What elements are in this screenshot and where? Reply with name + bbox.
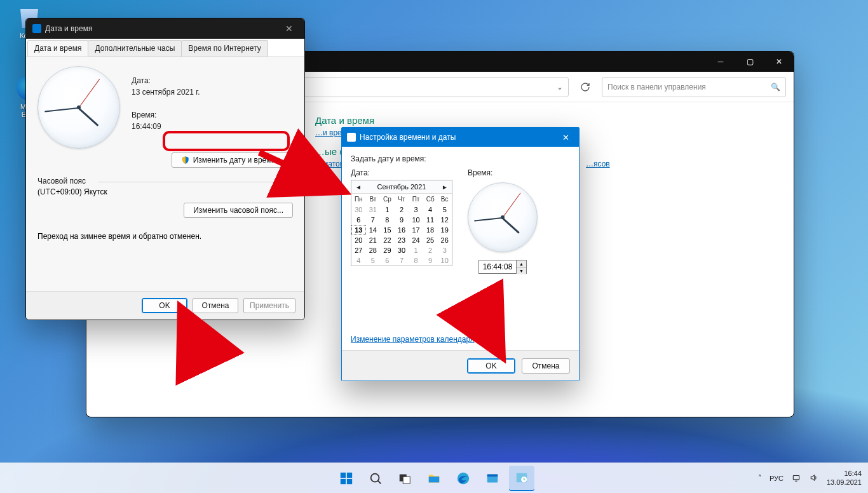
button-label: Изменить дату и время... <box>193 156 282 165</box>
calendar-day[interactable]: 12 <box>437 215 452 225</box>
calendar-day[interactable]: 1 <box>380 205 395 215</box>
taskbar-app-datetime[interactable] <box>509 466 534 491</box>
calendar-month-caption: Сентябрь 2021 <box>377 183 426 191</box>
time-label: Время: <box>132 109 200 121</box>
calendar-day[interactable]: 23 <box>395 235 409 245</box>
tray-volume-icon[interactable] <box>809 473 819 483</box>
calendar-day[interactable]: 14 <box>366 225 381 235</box>
calendar-day[interactable]: 28 <box>366 245 381 255</box>
svg-rect-12 <box>793 475 799 479</box>
calendar-day[interactable]: 20 <box>351 235 366 245</box>
time-label: Время: <box>468 168 492 177</box>
spinner-up-button[interactable]: ▲ <box>517 260 526 267</box>
tab-internet-time[interactable]: Время по Интернету <box>181 40 268 57</box>
calendar-day[interactable]: 26 <box>437 235 452 245</box>
close-button[interactable]: ✕ <box>764 51 794 72</box>
calendar-day[interactable]: 5 <box>437 205 452 215</box>
calendar-day[interactable]: 10 <box>437 255 452 266</box>
calendar-day[interactable]: 21 <box>366 235 381 245</box>
apply-button[interactable]: Применить <box>243 298 295 313</box>
time-input[interactable] <box>479 260 516 273</box>
taskbar-app-1[interactable] <box>480 466 505 491</box>
button-label: Изменить часовой пояс... <box>193 206 283 215</box>
cancel-button[interactable]: Отмена <box>522 358 570 374</box>
calendar-day[interactable]: 17 <box>409 225 423 235</box>
maximize-button[interactable]: ▢ <box>735 51 764 72</box>
taskbar-file-explorer[interactable] <box>421 466 447 491</box>
analog-clock <box>37 66 120 149</box>
calendar-day[interactable]: 25 <box>423 235 438 245</box>
calendar-day[interactable]: 8 <box>380 215 395 225</box>
calendar-day[interactable]: 13 <box>351 225 366 235</box>
ok-button[interactable]: OK <box>467 358 515 374</box>
date-label: Дата: <box>132 75 200 86</box>
calendar-day[interactable]: 16 <box>395 225 409 235</box>
dst-note: Переход на зимнее время и обратно отмене… <box>37 232 293 241</box>
calendar-day[interactable]: 6 <box>380 255 395 266</box>
calendar-day[interactable]: 22 <box>380 235 395 245</box>
cp-heading: Дата и время <box>315 115 775 126</box>
calendar-prev-button[interactable]: ◄ <box>355 184 362 191</box>
calendar-day[interactable]: 9 <box>423 255 438 266</box>
chevron-down-icon[interactable]: ⌄ <box>557 83 563 91</box>
calendar-day[interactable]: 30 <box>351 205 366 215</box>
calendar-next-button[interactable]: ► <box>442 184 448 191</box>
tray-clock[interactable]: 16:44 13.09.2021 <box>827 469 862 486</box>
tray-chevron-icon[interactable]: ˄ <box>758 474 762 482</box>
calendar-day[interactable]: 11 <box>423 215 438 225</box>
calendar-settings-link[interactable]: Изменение параметров календаря <box>351 335 475 344</box>
system-tray: ˄ РУС 16:44 13.09.2021 <box>758 463 862 493</box>
close-button[interactable]: ✕ <box>280 24 298 34</box>
ok-button[interactable]: OK <box>142 298 187 313</box>
change-timezone-button[interactable]: Изменить часовой пояс... <box>184 203 293 218</box>
taskbar-edge[interactable] <box>451 466 476 491</box>
close-button[interactable]: ✕ <box>557 133 574 142</box>
calendar-day[interactable]: 1 <box>409 245 423 255</box>
calendar-day[interactable]: 2 <box>423 245 438 255</box>
start-button[interactable] <box>334 466 359 491</box>
calendar-day[interactable]: 4 <box>423 205 438 215</box>
calendar-day[interactable]: 6 <box>351 215 366 225</box>
calendar-day[interactable]: 10 <box>409 215 423 225</box>
calendar-day[interactable]: 3 <box>409 205 423 215</box>
cancel-button[interactable]: Отмена <box>193 298 238 313</box>
taskbar-search-button[interactable] <box>363 466 388 491</box>
dialog-icon <box>32 24 41 33</box>
tab-additional-clocks[interactable]: Дополнительные часы <box>88 40 182 57</box>
calendar-day[interactable]: 9 <box>395 215 409 225</box>
analog-clock-small <box>468 182 538 252</box>
spinner-down-button[interactable]: ▼ <box>517 267 526 274</box>
taskbar: ˄ РУС 16:44 13.09.2021 <box>0 463 868 493</box>
calendar-day[interactable]: 19 <box>437 225 452 235</box>
dialog-footer: OK Отмена Применить <box>26 291 304 320</box>
taskbar-taskview-button[interactable] <box>392 466 417 491</box>
minimize-button[interactable]: ─ <box>706 51 735 72</box>
datetime-settings-dialog: Настройка времени и даты ✕ Задать дату и… <box>341 127 580 381</box>
prompt-label: Задать дату и время: <box>351 154 570 163</box>
calendar-day[interactable]: 29 <box>380 245 395 255</box>
calendar-day[interactable]: 24 <box>409 235 423 245</box>
calendar-day[interactable]: 2 <box>395 205 409 215</box>
calendar-day[interactable]: 8 <box>409 255 423 266</box>
svg-rect-0 <box>341 472 346 477</box>
calendar-day[interactable]: 4 <box>351 255 366 266</box>
calendar-day[interactable]: 7 <box>395 255 409 266</box>
cp-link-timezones[interactable]: …ясов <box>586 159 610 168</box>
calendar-day[interactable]: 30 <box>395 245 409 255</box>
time-spinner[interactable]: ▲ ▼ <box>478 260 527 274</box>
calendar-day[interactable]: 15 <box>380 225 395 235</box>
refresh-button[interactable] <box>575 77 595 97</box>
calendar-day[interactable]: 27 <box>351 245 366 255</box>
tray-language[interactable]: РУС <box>770 475 783 482</box>
calendar-day[interactable]: 31 <box>366 205 381 215</box>
tray-time: 16:44 <box>827 469 862 478</box>
tray-network-icon[interactable] <box>791 473 801 483</box>
calendar[interactable]: ◄ Сентябрь 2021 ► ПнВтСрЧтПтСбВс30311234… <box>351 180 452 266</box>
tab-date-time[interactable]: Дата и время <box>27 40 88 57</box>
calendar-day[interactable]: 18 <box>423 225 438 235</box>
calendar-day[interactable]: 7 <box>366 215 381 225</box>
change-date-time-button[interactable]: Изменить дату и время... <box>172 152 292 168</box>
calendar-day[interactable]: 3 <box>437 245 452 255</box>
calendar-day[interactable]: 5 <box>366 255 381 266</box>
search-input[interactable]: Поиск в панели управления 🔍 <box>602 77 786 97</box>
